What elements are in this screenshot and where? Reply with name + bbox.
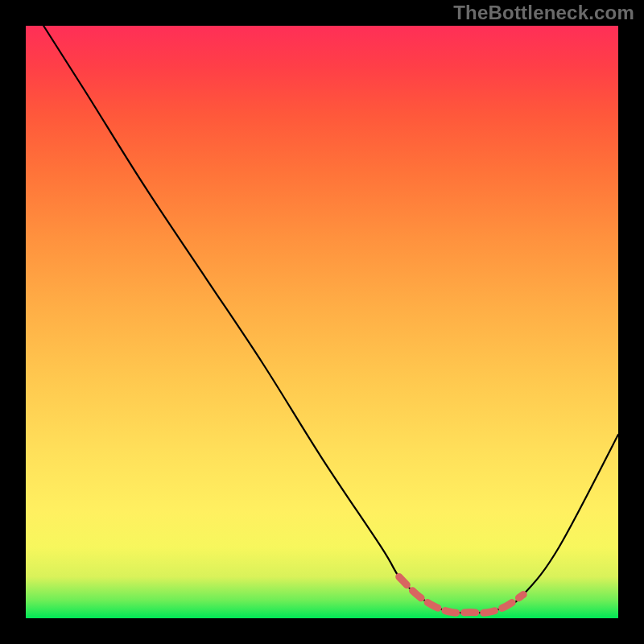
chart-container: TheBottleneck.com [0,0,644,644]
curve-svg [26,26,618,618]
watermark-text: TheBottleneck.com [453,2,634,24]
bottleneck-curve [43,26,618,613]
plot-area [26,26,618,618]
optimal-zone-curve [399,577,524,613]
